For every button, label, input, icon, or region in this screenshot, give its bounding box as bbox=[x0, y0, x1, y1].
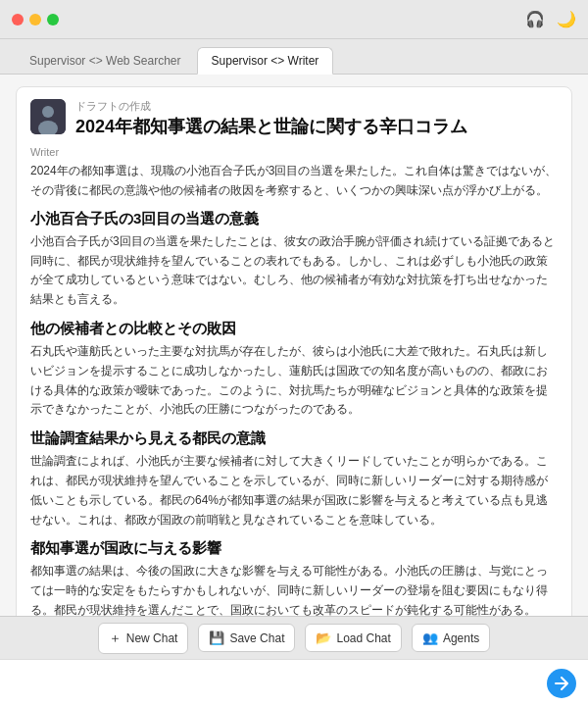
section-3-text: 世論調査によれば、小池氏が主要な候補者に対して大きくリードしていたことが明らかで… bbox=[30, 452, 558, 530]
section-3: 世論調査結果から見える都民の意識 世論調査によれば、小池氏が主要な候補者に対して… bbox=[30, 429, 558, 530]
avatar bbox=[30, 99, 66, 134]
titlebar-icons: 🎧 🌙 bbox=[525, 10, 576, 28]
close-button[interactable] bbox=[12, 14, 24, 25]
chat-window[interactable]: ドラフトの作成 2024年都知事選の結果と世論に関する辛口コラム Writer … bbox=[0, 75, 588, 616]
input-area bbox=[0, 659, 588, 706]
section-2: 他の候補者との比較とその敗因 石丸氏や蓮舫氏といった主要な対抗馬が存在したが、彼… bbox=[30, 320, 558, 420]
agents-icon: 👥 bbox=[422, 630, 438, 645]
chat-input[interactable] bbox=[12, 676, 539, 690]
main-area: ドラフトの作成 2024年都知事選の結果と世論に関する辛口コラム Writer … bbox=[0, 75, 588, 706]
agents-button[interactable]: 👥 Agents bbox=[412, 624, 490, 652]
tab-web-searcher[interactable]: Supervisor <> Web Searcher bbox=[16, 48, 195, 74]
new-chat-label: New Chat bbox=[126, 631, 178, 645]
minimize-button[interactable] bbox=[29, 14, 41, 25]
traffic-lights bbox=[12, 14, 59, 25]
section-1-heading: 小池百合子氏の3回目の当選の意義 bbox=[30, 210, 558, 228]
article-title: 2024年都知事選の結果と世論に関する辛口コラム bbox=[75, 116, 467, 138]
tab-writer[interactable]: Supervisor <> Writer bbox=[197, 47, 334, 75]
draft-label-block: ドラフトの作成 2024年都知事選の結果と世論に関する辛口コラム bbox=[75, 99, 467, 138]
moon-icon[interactable]: 🌙 bbox=[557, 10, 576, 28]
section-4-text: 都知事選の結果は、今後の国政に大きな影響を与える可能性がある。小池氏の圧勝は、与… bbox=[30, 562, 558, 616]
bottom-toolbar: ＋ New Chat 💾 Save Chat 📂 Load Chat 👥 Age… bbox=[0, 616, 588, 659]
draft-label: ドラフトの作成 bbox=[75, 99, 467, 114]
writer-role: Writer bbox=[30, 146, 558, 158]
article-intro: 2024年の都知事選は、現職の小池百合子氏が3回目の当選を果たした。これ自体は驚… bbox=[30, 162, 558, 199]
titlebar: 🎧 🌙 bbox=[0, 0, 588, 39]
load-chat-button[interactable]: 📂 Load Chat bbox=[305, 624, 401, 652]
load-chat-label: Load Chat bbox=[336, 631, 390, 645]
svg-point-1 bbox=[42, 106, 54, 118]
section-2-heading: 他の候補者との比較とその敗因 bbox=[30, 320, 558, 338]
writer-message: ドラフトの作成 2024年都知事選の結果と世論に関する辛口コラム Writer … bbox=[16, 86, 572, 616]
save-chat-icon: 💾 bbox=[209, 630, 224, 645]
send-button[interactable] bbox=[547, 669, 576, 698]
save-chat-label: Save Chat bbox=[229, 631, 284, 645]
save-chat-button[interactable]: 💾 Save Chat bbox=[198, 624, 295, 652]
tabs-bar: Supervisor <> Web Searcher Supervisor <>… bbox=[0, 39, 588, 75]
section-3-heading: 世論調査結果から見える都民の意識 bbox=[30, 429, 558, 448]
writer-header: ドラフトの作成 2024年都知事選の結果と世論に関する辛口コラム bbox=[30, 99, 558, 138]
section-1: 小池百合子氏の3回目の当選の意義 小池百合子氏が3回目の当選を果たしたことは、彼… bbox=[30, 210, 558, 310]
section-2-text: 石丸氏や蓮舫氏といった主要な対抗馬が存在したが、彼らは小池氏に大差で敗れた。石丸… bbox=[30, 342, 558, 420]
new-chat-button[interactable]: ＋ New Chat bbox=[98, 623, 189, 654]
section-4-heading: 都知事選が国政に与える影響 bbox=[30, 539, 558, 558]
maximize-button[interactable] bbox=[47, 14, 59, 25]
new-chat-icon: ＋ bbox=[109, 630, 122, 647]
load-chat-icon: 📂 bbox=[316, 630, 331, 645]
section-4: 都知事選が国政に与える影響 都知事選の結果は、今後の国政に大きな影響を与える可能… bbox=[30, 539, 558, 616]
section-1-text: 小池百合子氏が3回目の当選を果たしたことは、彼女の政治手腕が評価され続けている証… bbox=[30, 232, 558, 310]
agents-label: Agents bbox=[443, 631, 479, 645]
headphone-icon[interactable]: 🎧 bbox=[525, 10, 545, 28]
